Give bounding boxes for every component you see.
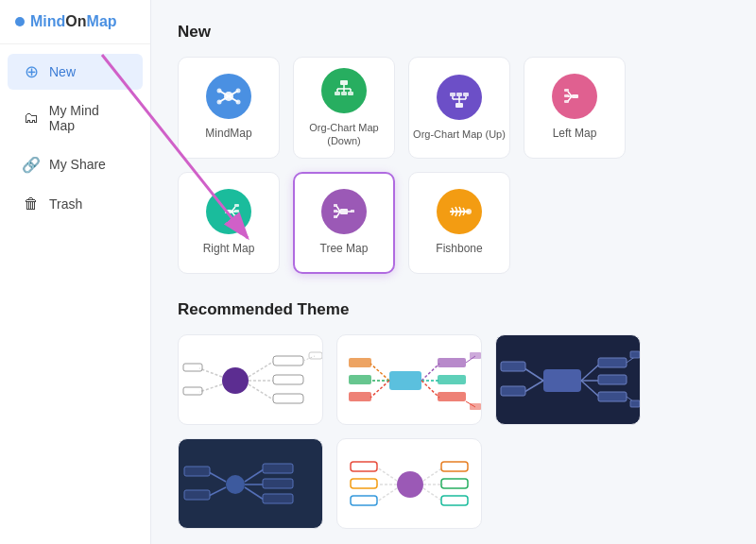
svg-line-99 [524,368,543,381]
svg-rect-97 [598,375,627,384]
myshare-icon: 🔗 [23,156,40,173]
svg-rect-92 [543,369,581,392]
svg-rect-128 [351,462,377,471]
theme-card-4[interactable] [178,438,323,529]
rightmap-label: Right Map [203,242,255,257]
svg-rect-72 [183,387,202,395]
svg-rect-47 [334,204,337,207]
map-card-mindmap[interactable]: MindMap [178,57,280,159]
theme-card-1[interactable] [178,334,323,425]
svg-line-110 [245,487,264,500]
svg-rect-96 [598,358,627,367]
svg-rect-86 [438,375,466,384]
map-card-orgchartup[interactable]: Org-Chart Map (Up) [408,57,510,159]
svg-rect-124 [441,496,468,505]
svg-rect-129 [351,479,377,488]
map-card-leftmap[interactable]: Left Map [524,57,626,159]
fishbone-icon [437,189,482,234]
map-card-rightmap[interactable]: Right Map [178,172,280,274]
svg-point-62 [222,367,249,394]
svg-rect-102 [501,386,525,396]
svg-rect-106 [630,400,640,407]
svg-rect-80 [349,375,371,384]
logo-text: MindOnMap [30,13,117,30]
sidebar-item-mymindmap-label: My Mind Map [49,103,128,133]
svg-rect-117 [184,490,210,500]
svg-rect-49 [334,215,337,218]
svg-rect-89 [470,352,481,359]
svg-rect-20 [450,93,455,96]
recommended-title: Recommended Theme [178,300,730,319]
svg-rect-35 [564,100,569,103]
svg-point-61 [466,209,472,214]
svg-rect-85 [438,358,466,367]
svg-line-93 [581,364,600,381]
logo-map: Map [87,13,117,29]
sidebar: MindOnMap ⊕ New 🗂 My Mind Map 🔗 My Share… [0,0,151,544]
logo-on: On [65,13,86,29]
theme-card-2[interactable] [336,334,482,425]
svg-rect-75 [389,371,421,390]
svg-rect-33 [564,89,569,92]
sidebar-item-myshare-label: My Share [49,157,106,172]
logo: MindOnMap [0,0,150,44]
svg-rect-48 [334,210,337,212]
map-card-orgchartdown[interactable]: Org-Chart Map(Down) [293,57,395,159]
svg-rect-81 [349,392,371,401]
sidebar-item-new-label: New [49,64,76,79]
svg-rect-18 [341,92,347,95]
orgchartdown-icon [321,68,367,113]
rightmap-icon [206,189,251,234]
svg-line-63 [249,362,273,377]
sidebar-item-trash[interactable]: 🗑 Trash [8,186,143,222]
logo-mind: Mind [30,13,65,29]
sidebar-item-new[interactable]: ⊕ New [8,54,143,90]
svg-rect-43 [340,209,348,214]
svg-rect-41 [234,210,239,212]
svg-line-127 [377,488,397,502]
leftmap-icon [552,74,597,119]
svg-rect-91 [470,403,481,410]
svg-point-8 [236,89,241,94]
theme-card-5[interactable] [336,438,482,529]
svg-line-115 [209,487,226,496]
svg-rect-19 [348,92,353,95]
main-content: New MindMap [151,0,756,544]
svg-rect-21 [456,93,462,96]
svg-line-78 [370,381,389,398]
svg-line-65 [249,384,273,400]
svg-rect-29 [572,94,578,98]
svg-rect-116 [184,467,210,476]
map-card-fishbone[interactable]: Fishbone [408,172,510,274]
map-type-grid: MindMap Org-Chart Map(Down) [178,57,730,274]
svg-line-69 [199,368,222,377]
orgchartdown-label: Org-Chart Map(Down) [309,121,378,148]
logo-dot [15,17,25,26]
svg-rect-40 [234,204,239,207]
svg-rect-130 [351,496,377,505]
svg-point-7 [217,89,222,94]
new-section-title: New [178,23,730,42]
theme-card-3[interactable] [495,334,641,425]
svg-rect-17 [335,92,340,95]
mindmap-icon [206,74,251,119]
svg-rect-111 [263,464,293,473]
svg-rect-79 [349,358,371,367]
svg-line-114 [209,472,226,482]
svg-point-9 [217,100,222,105]
svg-line-76 [370,364,389,381]
sidebar-item-mymindmap[interactable]: 🗂 My Mind Map [8,94,143,143]
orgchartup-icon [437,75,482,120]
svg-rect-122 [441,462,468,471]
svg-rect-113 [263,494,293,503]
orgchartup-label: Org-Chart Map (Up) [413,128,506,141]
svg-line-95 [581,381,600,398]
mymindmap-icon: 🗂 [23,110,40,127]
leftmap-label: Left Map [553,127,597,142]
sidebar-item-myshare[interactable]: 🔗 My Share [8,146,143,182]
map-card-treemap[interactable]: Tree Map [293,172,395,274]
svg-rect-112 [263,479,293,488]
svg-rect-66 [273,356,303,366]
svg-line-108 [245,469,264,482]
svg-line-125 [377,468,397,481]
